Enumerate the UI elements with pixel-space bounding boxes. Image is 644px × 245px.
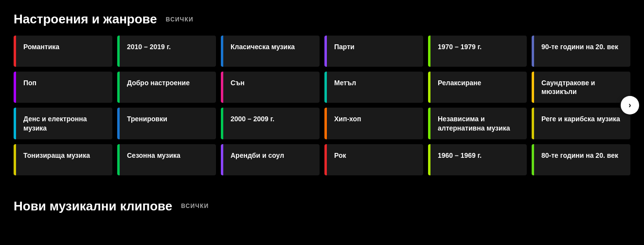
genre-card[interactable]: Тонизираща музика bbox=[14, 144, 112, 175]
genre-card-label: 2000 – 2009 г. bbox=[229, 114, 274, 123]
genres-grid-container: Романтика2010 – 2019 г.Класическа музика… bbox=[14, 36, 630, 175]
genres-grid: Романтика2010 – 2019 г.Класическа музика… bbox=[14, 36, 630, 175]
genre-card[interactable]: Добро настроение bbox=[117, 72, 216, 103]
genre-card[interactable]: 1970 – 1979 г. bbox=[428, 36, 527, 67]
genre-card-label: Саундтракове и мюзикъли bbox=[539, 78, 623, 96]
genre-card[interactable]: 80-те години на 20. век bbox=[532, 144, 630, 175]
genre-card-label: Тонизираща музика bbox=[21, 151, 90, 160]
genre-card[interactable]: Сън bbox=[221, 72, 320, 103]
genre-card[interactable]: 2010 – 2019 г. bbox=[117, 36, 216, 67]
new-videos-all-link[interactable]: ВСИЧКИ bbox=[181, 203, 209, 209]
next-button[interactable]: › bbox=[621, 96, 639, 114]
genre-card-label: Денс и електронна музика bbox=[21, 114, 105, 132]
genre-card-label: Тренировки bbox=[125, 114, 167, 123]
genre-card[interactable]: Саундтракове и мюзикъли bbox=[532, 72, 630, 103]
genre-card-label: Класическа музика bbox=[229, 42, 295, 51]
genre-card-label: 1960 – 1969 г. bbox=[436, 151, 482, 160]
genre-card[interactable]: Реге и карибска музика bbox=[532, 108, 630, 139]
genre-card-label: Сън bbox=[229, 78, 245, 87]
genre-card-label: 1970 – 1979 г. bbox=[436, 42, 482, 51]
genre-card[interactable]: Денс и електронна музика bbox=[14, 108, 112, 139]
genre-card[interactable]: 1960 – 1969 г. bbox=[428, 144, 527, 175]
new-videos-header: Нови музикални клипове ВСИЧКИ bbox=[14, 199, 630, 214]
genre-card[interactable]: Романтика bbox=[14, 36, 112, 67]
genre-card-label: Парти bbox=[332, 42, 355, 51]
new-videos-title: Нови музикални клипове bbox=[14, 199, 172, 214]
genre-card-label: Сезонна музика bbox=[125, 151, 180, 160]
genre-card-label: Романтика bbox=[21, 42, 59, 51]
genre-card[interactable]: Поп bbox=[14, 72, 112, 103]
genre-card[interactable]: Класическа музика bbox=[221, 36, 320, 67]
genre-card-label: Релаксиране bbox=[436, 78, 481, 87]
genre-card[interactable]: Хип-хоп bbox=[324, 108, 423, 139]
genre-card[interactable]: Независима и алтернативна музика bbox=[428, 108, 527, 139]
genre-card[interactable]: Парти bbox=[324, 36, 423, 67]
genre-card[interactable]: Тренировки bbox=[117, 108, 216, 139]
genre-card-label: Поп bbox=[21, 78, 36, 87]
moods-header: Настроения и жанрове ВСИЧКИ bbox=[14, 12, 630, 27]
genre-card-label: Рок bbox=[332, 151, 346, 160]
moods-title: Настроения и жанрове bbox=[14, 12, 157, 27]
genre-card-label: 2010 – 2019 г. bbox=[125, 42, 171, 51]
genre-card-label: Хип-хоп bbox=[332, 114, 361, 123]
moods-section: Настроения и жанрове ВСИЧКИ Романтика201… bbox=[0, 0, 644, 183]
genre-card[interactable]: Рок bbox=[324, 144, 423, 175]
moods-all-link[interactable]: ВСИЧКИ bbox=[166, 16, 194, 23]
genre-card-label: 80-те години на 20. век bbox=[539, 151, 618, 160]
genre-card[interactable]: 90-те години на 20. век bbox=[532, 36, 630, 67]
new-videos-section: Нови музикални клипове ВСИЧКИ bbox=[0, 183, 644, 214]
genre-card[interactable]: Релаксиране bbox=[428, 72, 527, 103]
genre-card[interactable]: Метъл bbox=[324, 72, 423, 103]
genre-card-label: Арендби и соул bbox=[229, 151, 284, 160]
genre-card-label: 90-те години на 20. век bbox=[539, 42, 618, 51]
genre-card-label: Реге и карибска музика bbox=[539, 114, 620, 123]
genre-card[interactable]: Арендби и соул bbox=[221, 144, 320, 175]
genre-card[interactable]: 2000 – 2009 г. bbox=[221, 108, 320, 139]
genre-card-label: Метъл bbox=[332, 78, 356, 87]
genre-card-label: Добро настроение bbox=[125, 78, 190, 87]
genre-card-label: Независима и алтернативна музика bbox=[436, 114, 519, 132]
genre-card[interactable]: Сезонна музика bbox=[117, 144, 216, 175]
